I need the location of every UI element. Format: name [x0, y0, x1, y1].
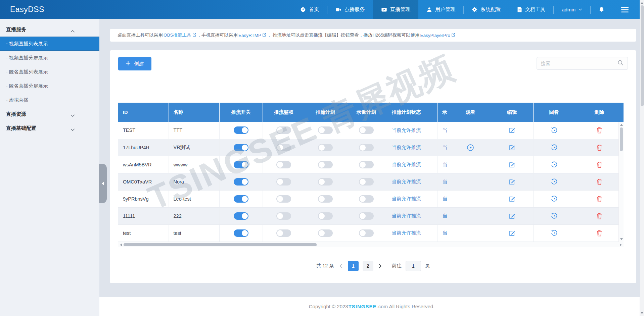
nav-item-docs[interactable]: 文档工具	[509, 0, 553, 19]
nav-item-users[interactable]: 用户管理	[418, 0, 463, 19]
nav-item-settings[interactable]: 系统配置	[464, 0, 509, 19]
edit-icon[interactable]	[509, 144, 515, 151]
push-auth-toggle[interactable]	[276, 144, 291, 151]
push-auth-toggle[interactable]	[276, 229, 291, 237]
nav-item-vod[interactable]: 点播服务	[327, 0, 373, 19]
replay-icon[interactable]	[551, 127, 558, 134]
push-plan-status-link[interactable]: 当前允许推流	[392, 127, 421, 133]
edit-icon[interactable]	[509, 127, 515, 134]
page-button-1[interactable]: 1	[348, 261, 359, 271]
sidebar-group-live-service[interactable]: 直播服务	[0, 22, 99, 37]
edit-icon[interactable]	[509, 230, 515, 236]
delete-icon[interactable]	[596, 230, 602, 236]
search-input[interactable]	[541, 61, 617, 66]
replay-icon[interactable]	[551, 212, 558, 219]
scroll-down-arrow[interactable]	[620, 238, 623, 240]
push-switch-toggle[interactable]	[234, 195, 248, 203]
push-switch-toggle[interactable]	[234, 229, 248, 237]
record-status-link[interactable]: 当	[443, 179, 448, 184]
push-switch-toggle[interactable]	[234, 178, 248, 186]
delete-icon[interactable]	[596, 213, 602, 219]
record-status-link[interactable]: 当	[443, 230, 448, 235]
goto-page-input[interactable]	[406, 261, 421, 271]
push-auth-toggle[interactable]	[276, 178, 291, 186]
push-switch-toggle[interactable]	[234, 212, 248, 220]
replay-icon[interactable]	[551, 178, 558, 185]
replay-icon[interactable]	[551, 229, 558, 236]
page-scroll-down-arrow[interactable]	[641, 312, 643, 314]
easyplayerpro-link[interactable]: EasyPlayerPro	[420, 33, 455, 38]
record-plan-toggle[interactable]	[359, 126, 374, 134]
menu-toggle-icon[interactable]	[612, 0, 631, 19]
replay-icon[interactable]	[551, 144, 558, 151]
sidebar-item-anon-live-split[interactable]: - 匿名直播分屏展示	[0, 79, 99, 93]
push-plan-status-link[interactable]: 当前允许推流	[392, 230, 421, 235]
edit-icon[interactable]	[509, 196, 515, 202]
push-plan-toggle[interactable]	[318, 229, 333, 237]
push-auth-toggle[interactable]	[276, 212, 291, 220]
push-plan-status-link[interactable]: 当前允许推流	[392, 179, 421, 184]
horizontal-scroll-thumb[interactable]	[124, 243, 317, 246]
push-plan-toggle[interactable]	[318, 178, 333, 186]
vertical-scroll-thumb[interactable]	[620, 127, 623, 151]
record-plan-toggle[interactable]	[359, 229, 374, 237]
record-status-link[interactable]: 当	[443, 196, 448, 201]
search-icon[interactable]	[617, 60, 624, 67]
push-plan-toggle[interactable]	[318, 144, 333, 151]
record-status-link[interactable]: 当	[443, 145, 448, 150]
easyrtmp-link[interactable]: EasyRTMP	[238, 33, 266, 38]
sidebar-item-video-live-list[interactable]: - 视频直播列表展示	[0, 37, 99, 51]
replay-icon[interactable]	[551, 195, 558, 202]
push-plan-toggle[interactable]	[318, 195, 333, 203]
page-scroll-up-arrow[interactable]	[641, 2, 643, 4]
sidebar-group-live-basic-config[interactable]: 直播基础配置	[0, 121, 99, 135]
record-status-link[interactable]: 当	[443, 127, 448, 133]
watch-icon[interactable]	[467, 144, 474, 151]
delete-icon[interactable]	[596, 196, 602, 202]
record-status-link[interactable]: 当	[443, 162, 448, 167]
nav-item-home[interactable]: 首页	[292, 0, 327, 19]
scroll-left-arrow[interactable]	[120, 244, 122, 246]
edit-icon[interactable]	[509, 161, 515, 168]
nav-item-live[interactable]: 直播管理	[373, 0, 418, 19]
create-button[interactable]: 创建	[118, 57, 151, 70]
notification-bell-button[interactable]	[591, 0, 612, 19]
obs-tool-link[interactable]: OBS推流工具	[164, 32, 196, 38]
sidebar-item-video-live-split[interactable]: - 视频直播分屏展示	[0, 51, 99, 65]
scroll-up-arrow[interactable]	[620, 124, 623, 126]
sidebar-collapse-handle[interactable]	[99, 164, 107, 203]
delete-icon[interactable]	[596, 161, 602, 168]
record-plan-toggle[interactable]	[359, 144, 374, 151]
edit-icon[interactable]	[509, 213, 515, 219]
delete-icon[interactable]	[596, 127, 602, 134]
delete-icon[interactable]	[596, 178, 602, 185]
push-plan-status-link[interactable]: 当前允许推流	[392, 213, 421, 218]
record-plan-toggle[interactable]	[359, 195, 374, 203]
prev-page-button[interactable]	[338, 264, 344, 268]
push-plan-status-link[interactable]: 当前允许推流	[392, 145, 421, 150]
sidebar-item-anon-live-list[interactable]: - 匿名直播列表展示	[0, 65, 99, 79]
push-switch-toggle[interactable]	[234, 144, 248, 151]
push-auth-toggle[interactable]	[276, 126, 291, 134]
push-switch-toggle[interactable]	[234, 161, 248, 168]
push-plan-status-link[interactable]: 当前允许推流	[392, 196, 421, 201]
push-plan-toggle[interactable]	[318, 161, 333, 168]
record-status-link[interactable]: 当	[443, 213, 448, 218]
record-plan-toggle[interactable]	[359, 161, 374, 168]
push-auth-toggle[interactable]	[276, 195, 291, 203]
sidebar-group-live-resources[interactable]: 直播资源	[0, 107, 99, 121]
delete-icon[interactable]	[596, 144, 602, 151]
sidebar-item-virtual-live[interactable]: - 虚拟直播	[0, 93, 99, 107]
page-scroll-thumb[interactable]	[641, 5, 644, 106]
record-plan-toggle[interactable]	[359, 178, 374, 186]
replay-icon[interactable]	[551, 161, 558, 168]
page-button-2[interactable]: 2	[363, 261, 373, 271]
push-plan-toggle[interactable]	[318, 126, 333, 134]
push-plan-toggle[interactable]	[318, 212, 333, 220]
push-auth-toggle[interactable]	[276, 161, 291, 168]
scroll-right-arrow[interactable]	[620, 244, 622, 246]
record-plan-toggle[interactable]	[359, 212, 374, 220]
edit-icon[interactable]	[509, 178, 515, 185]
user-menu[interactable]: admin	[554, 0, 590, 19]
push-switch-toggle[interactable]	[234, 126, 248, 134]
